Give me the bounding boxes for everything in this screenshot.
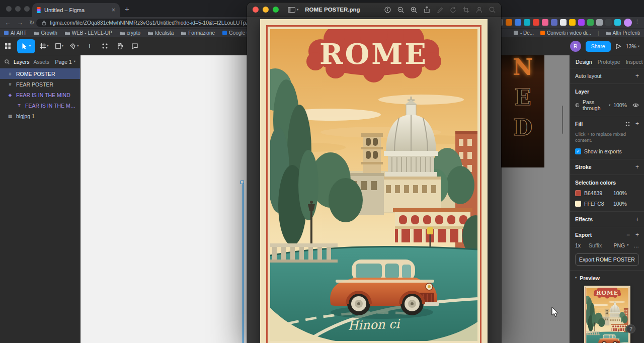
layer-opacity-field[interactable]: 100%: [613, 102, 627, 108]
chevron-down-icon[interactable]: ▾: [575, 276, 577, 280]
bookmark-folder[interactable]: Altri Preferiti: [606, 30, 640, 36]
shape-tool-button[interactable]: ▾: [52, 37, 67, 55]
bookmark-folder[interactable]: Formazione: [181, 30, 215, 36]
bookmark-folder[interactable]: crypto: [120, 30, 140, 36]
export-more-button[interactable]: …: [634, 242, 639, 248]
selection-color-row[interactable]: FFEFC8 100%: [575, 201, 639, 207]
add-fill-button[interactable]: +: [635, 121, 639, 127]
color-hex[interactable]: FFEFC8: [584, 201, 610, 207]
export-suffix-field[interactable]: Suffix: [589, 242, 602, 248]
tab-inspect[interactable]: Inspect: [626, 59, 643, 65]
visibility-eye-icon[interactable]: [632, 102, 639, 108]
help-button[interactable]: ?: [626, 324, 635, 333]
share-icon[interactable]: [424, 6, 430, 13]
extension-icon[interactable]: [569, 19, 576, 26]
add-auto-layout-button[interactable]: +: [635, 73, 639, 79]
canvas-white-frame[interactable]: [80, 55, 247, 343]
extension-icon[interactable]: [614, 19, 621, 26]
selection-handle[interactable]: [240, 181, 244, 184]
tab-design[interactable]: Design: [576, 59, 592, 65]
comment-tool-button[interactable]: [127, 37, 142, 55]
back-icon[interactable]: ←: [5, 19, 11, 26]
color-opacity[interactable]: 100%: [613, 190, 627, 196]
extension-icon[interactable]: [524, 19, 530, 26]
extension-icon[interactable]: [560, 19, 567, 26]
figma-main-menu-button[interactable]: [0, 37, 15, 55]
layer-row-component[interactable]: ◈ FEAR IS IN THE MIND: [0, 90, 80, 100]
minimize-window-icon[interactable]: [15, 6, 21, 12]
canvas-scrollbar[interactable]: [562, 106, 563, 134]
export-button[interactable]: Export ROME POSTER: [575, 253, 639, 266]
show-in-exports-checkbox[interactable]: ✓: [575, 148, 581, 154]
selection-color-row[interactable]: B64839 100%: [575, 190, 639, 196]
extension-icon[interactable]: [506, 19, 512, 26]
extension-icon[interactable]: [605, 19, 612, 26]
fear-poster-fragment[interactable]: N E D: [501, 55, 544, 167]
search-icon[interactable]: [489, 7, 496, 13]
export-format-dropdown[interactable]: PNG: [613, 242, 625, 248]
add-export-button[interactable]: +: [635, 232, 639, 238]
preview-app-window[interactable]: ▾ ROME POSTER.png: [247, 3, 501, 343]
color-opacity[interactable]: 100%: [613, 201, 627, 207]
extension-icon[interactable]: [578, 19, 585, 26]
color-hex[interactable]: B64839: [584, 190, 610, 196]
tab-assets[interactable]: Assets: [34, 59, 50, 65]
tab-prototype[interactable]: Prototype: [598, 59, 620, 65]
fullscreen-button[interactable]: [273, 7, 279, 13]
bookmark-item[interactable]: AI ART: [4, 30, 27, 36]
extension-icon[interactable]: [596, 19, 603, 26]
text-tool-button[interactable]: T: [82, 37, 97, 55]
resources-tool-button[interactable]: [97, 37, 112, 55]
zoom-out-icon[interactable]: [397, 7, 404, 13]
markup-pencil-icon[interactable]: [437, 7, 443, 13]
close-window-icon[interactable]: [6, 6, 12, 12]
layer-row-fear-poster[interactable]: # FEAR POSTER: [0, 79, 80, 90]
layer-row-text[interactable]: T FEAR IS IN THE MIND: [0, 100, 80, 111]
page-selector[interactable]: Page 1▾: [55, 59, 75, 65]
rotate-icon[interactable]: [450, 7, 456, 13]
remove-export-button[interactable]: −: [626, 232, 630, 238]
new-tab-button[interactable]: +: [125, 5, 129, 13]
hand-tool-button[interactable]: [112, 37, 127, 55]
browser-tab[interactable]: Untitled – Figma ×: [32, 3, 120, 17]
styles-icon[interactable]: [625, 122, 630, 126]
pen-tool-button[interactable]: ▾: [67, 37, 82, 55]
person-icon[interactable]: [476, 7, 482, 13]
layer-row-image[interactable]: ▦ bigjpg 1: [0, 111, 80, 121]
bookmark-folder[interactable]: Growth: [34, 30, 57, 36]
minimize-button[interactable]: [263, 7, 269, 13]
add-stroke-button[interactable]: +: [635, 164, 639, 170]
frame-tool-button[interactable]: ▾: [37, 37, 52, 55]
present-icon[interactable]: [615, 43, 621, 49]
selection-edge[interactable]: [243, 183, 244, 343]
forward-icon[interactable]: →: [17, 19, 23, 26]
add-effect-button[interactable]: +: [635, 216, 639, 222]
export-scale-dropdown[interactable]: 1x: [575, 242, 581, 248]
share-button[interactable]: Share: [586, 41, 611, 52]
search-icon[interactable]: [5, 59, 10, 64]
macos-window-controls[interactable]: [6, 6, 30, 12]
blend-mode-dropdown[interactable]: Pass through: [583, 99, 606, 111]
layer-row-rome-poster[interactable]: # ROME POSTER: [0, 68, 80, 79]
color-swatch[interactable]: [575, 201, 581, 207]
preview-titlebar[interactable]: ▾ ROME POSTER.png: [247, 3, 501, 17]
extension-icon[interactable]: [551, 19, 557, 26]
tab-layers[interactable]: Layers: [14, 59, 30, 65]
zoom-in-icon[interactable]: [411, 7, 417, 13]
close-button[interactable]: [253, 7, 259, 13]
info-icon[interactable]: [384, 7, 391, 13]
tab-close-icon[interactable]: ×: [112, 7, 115, 13]
extension-icon[interactable]: [515, 19, 521, 26]
extension-icon[interactable]: [542, 19, 548, 26]
extension-icon[interactable]: [533, 19, 539, 26]
bookmark-item[interactable]: Converti i video di...: [540, 30, 591, 36]
bookmark-folder[interactable]: WEB - LEVEL-UP: [65, 30, 112, 36]
browser-profile-avatar[interactable]: [624, 19, 632, 27]
reload-icon[interactable]: ↻: [29, 19, 34, 26]
bookmark-item[interactable]: - De...: [514, 30, 534, 36]
user-avatar[interactable]: R: [570, 41, 581, 52]
bookmark-folder[interactable]: Idealista: [148, 30, 174, 36]
color-swatch[interactable]: [575, 190, 581, 196]
browser-menu-icon[interactable]: ⋮: [634, 19, 640, 25]
zoom-level-dropdown[interactable]: 13%▾: [626, 43, 639, 49]
